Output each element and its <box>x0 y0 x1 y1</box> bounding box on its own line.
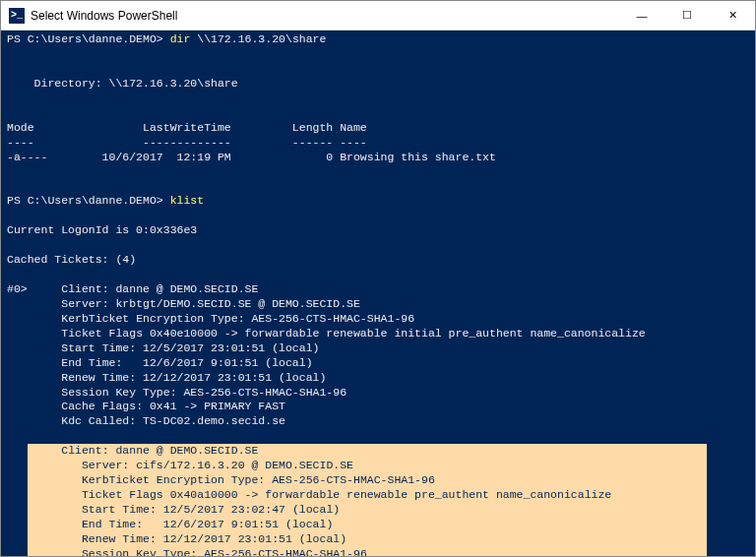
ticket-kdc: Kdc Called: TS-DC02.demo.secid.se <box>28 414 285 427</box>
ticket-index: #0> <box>7 282 28 295</box>
ticket-client: Client: danne @ DEMO.SECID.SE <box>28 282 259 295</box>
ticket-server: Server: krbtgt/DEMO.SECID.SE @ DEMO.SECI… <box>28 297 360 310</box>
ticket-renew: Renew Time: 12/12/2017 23:01:51 (local) <box>28 371 327 384</box>
ticket-start: Start Time: 12/5/2017 23:01:51 (local) <box>28 341 320 354</box>
prompt-path: PS C:\Users\danne.DEMO> <box>7 32 170 45</box>
ticket-start: Start Time: 12/5/2017 23:02:47 (local) <box>47 503 340 516</box>
ticket-flags: Ticket Flags 0x40a10000 -> forwardable r… <box>47 488 611 501</box>
titlebar[interactable]: >_ Select Windows PowerShell — ☐ ✕ <box>1 1 755 31</box>
maximize-button[interactable]: ☐ <box>664 1 710 30</box>
prompt-path: PS C:\Users\danne.DEMO> <box>7 194 170 207</box>
dir-columns-sep: ---- ------------- ------ ---- <box>7 136 367 149</box>
selected-ticket: Client: danne @ DEMO.SECID.SE Server: ci… <box>28 444 707 556</box>
ticket-session-key: Session Key Type: AES-256-CTS-HMAC-SHA1-… <box>47 547 366 556</box>
ticket-encryption: KerbTicket Encryption Type: AES-256-CTS-… <box>47 473 434 486</box>
ticket-end: End Time: 12/6/2017 9:01:51 (local) <box>47 518 333 530</box>
close-button[interactable]: ✕ <box>710 1 755 30</box>
window-controls: — ☐ ✕ <box>619 1 755 30</box>
dir-row: -a---- 10/6/2017 12:19 PM 0 Browsing thi… <box>7 151 496 163</box>
powershell-window: >_ Select Windows PowerShell — ☐ ✕ PS C:… <box>0 0 756 557</box>
klist-logon-id: Current LogonId is 0:0x336e3 <box>7 223 197 236</box>
powershell-icon-glyph: >_ <box>11 10 23 21</box>
command-dir: dir <box>170 32 191 45</box>
ticket-flags: Ticket Flags 0x40e10000 -> forwardable r… <box>28 327 646 340</box>
window-title: Select Windows PowerShell <box>31 9 619 23</box>
ticket-client: Client: danne @ DEMO.SECID.SE <box>28 444 259 457</box>
terminal-output[interactable]: PS C:\Users\danne.DEMO> dir \\172.16.3.2… <box>1 31 755 556</box>
klist-cached-count: Cached Tickets: (4) <box>7 253 136 266</box>
ticket-end: End Time: 12/6/2017 9:01:51 (local) <box>28 356 313 369</box>
ticket-session-key: Session Key Type: AES-256-CTS-HMAC-SHA1-… <box>28 386 346 399</box>
prompt-line: PS C:\Users\danne.DEMO> klist <box>7 194 204 207</box>
command-args: \\172.16.3.20\share <box>190 32 326 45</box>
ticket-cache-flags: Cache Flags: 0x41 -> PRIMARY FAST <box>28 400 285 412</box>
dir-header: Directory: \\172.16.3.20\share <box>7 77 238 90</box>
command-klist: klist <box>170 194 205 207</box>
ticket-renew: Renew Time: 12/12/2017 23:01:51 (local) <box>47 532 346 545</box>
minimize-button[interactable]: — <box>619 1 664 30</box>
dir-columns: Mode LastWriteTime Length Name <box>7 121 367 134</box>
powershell-icon: >_ <box>9 8 25 24</box>
prompt-line: PS C:\Users\danne.DEMO> dir \\172.16.3.2… <box>7 32 326 45</box>
ticket-server: Server: cifs/172.16.3.20 @ DEMO.SECID.SE <box>47 459 353 471</box>
ticket-encryption: KerbTicket Encryption Type: AES-256-CTS-… <box>28 312 414 325</box>
